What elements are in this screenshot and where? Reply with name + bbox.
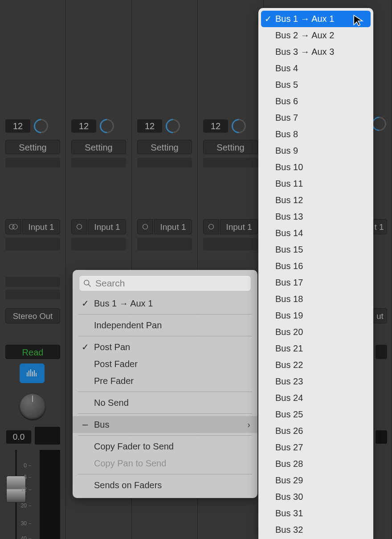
eq-slot[interactable] [71, 158, 126, 167]
search-input[interactable] [79, 275, 251, 291]
pan-value[interactable]: 0.0 [6, 430, 31, 444]
menu-post-pan[interactable]: ✓ Post Pan [73, 339, 257, 355]
bus-item-label: Bus 32 [275, 525, 303, 535]
separator [78, 392, 252, 392]
bus-item-8[interactable]: Bus 8 [258, 126, 373, 143]
bus-item-label: Bus 23 [275, 376, 303, 386]
bus-item-31[interactable]: Bus 31 [258, 505, 373, 522]
bus-item-14[interactable]: Bus 14 [258, 225, 373, 241]
send-slot-1[interactable] [5, 277, 60, 287]
bus-item-label: Bus 20 [275, 327, 303, 337]
bus-item-label: Bus 31 [275, 508, 303, 518]
svg-rect-7 [36, 373, 37, 376]
svg-point-10 [209, 225, 214, 229]
check-icon: ✓ [265, 11, 272, 27]
bus-item-label: Bus 12 [275, 195, 303, 205]
bus-item-32[interactable]: Bus 32 [258, 522, 373, 538]
stereo-icon[interactable] [5, 219, 21, 234]
input-slot[interactable]: Input 1 [22, 219, 60, 234]
eq-slot[interactable] [5, 158, 60, 167]
menu-copy-fader-to-send[interactable]: Copy Fader to Send [73, 438, 257, 455]
high-cut-knob-icon[interactable] [229, 116, 249, 136]
bus-item-17[interactable]: Bus 17 [258, 274, 373, 291]
bus-item-27[interactable]: Bus 27 [258, 439, 373, 456]
audiofx-slot[interactable] [5, 238, 60, 250]
check-icon: ✓ [82, 339, 89, 355]
bus-item-24[interactable]: Bus 24 [258, 390, 373, 406]
bus-item-6[interactable]: Bus 6 [258, 93, 373, 110]
bus-item-28[interactable]: Bus 28 [258, 456, 373, 472]
bus-item-30[interactable]: Bus 30 [258, 489, 373, 505]
bus-item-21[interactable]: Bus 21 [258, 340, 373, 357]
svg-rect-4 [30, 369, 31, 376]
menu-current-bus[interactable]: ✓ Bus 1 → Aux 1 [73, 295, 257, 312]
menu-pre-fader[interactable]: Pre Fader [73, 372, 257, 389]
bus-item-label: Bus 11 [275, 179, 303, 188]
input-slot[interactable]: Input 1 [88, 219, 126, 234]
high-cut-knob-icon[interactable] [97, 116, 117, 136]
send-slot-2[interactable] [5, 290, 60, 299]
bus-item-4[interactable]: Bus 4 [258, 60, 373, 77]
bus-item-label: Bus 4 [275, 63, 298, 73]
audiofx-slot[interactable] [203, 238, 258, 250]
bus-item-22[interactable]: Bus 22 [258, 357, 373, 373]
audiofx-slot[interactable] [71, 238, 126, 250]
bus-item-5[interactable]: Bus 5 [258, 77, 373, 93]
bus-item-10[interactable]: Bus 10 [258, 159, 373, 176]
bus-item-23[interactable]: Bus 23 [258, 373, 373, 390]
menu-bus-submenu[interactable]: – Bus › [73, 416, 257, 433]
input-slot[interactable]: Input 1 [154, 219, 192, 234]
bus-item-2[interactable]: Bus 2 → Aux 2 [258, 27, 373, 44]
mono-icon[interactable] [203, 219, 219, 234]
peak-display [35, 427, 60, 445]
setting-button[interactable]: Setting [203, 140, 258, 154]
high-cut-knob-icon[interactable] [31, 116, 51, 136]
menu-post-fader[interactable]: Post Fader [73, 355, 257, 372]
gain-value[interactable]: 12 [203, 119, 228, 133]
bus-item-9[interactable]: Bus 9 [258, 143, 373, 159]
high-cut-knob-icon[interactable] [163, 116, 183, 136]
peak-display [376, 430, 387, 444]
automation-mode-button[interactable] [376, 345, 387, 359]
setting-button[interactable]: Setting [137, 140, 192, 154]
svg-line-12 [89, 285, 91, 287]
bus-item-3[interactable]: Bus 3 → Aux 3 [258, 44, 373, 60]
menu-independent-pan[interactable]: Independent Pan [73, 317, 257, 334]
mono-icon[interactable] [137, 219, 153, 234]
output-slot[interactable]: Stereo Out [5, 308, 60, 323]
mono-icon[interactable] [71, 219, 87, 234]
bus-item-20[interactable]: Bus 20 [258, 324, 373, 340]
separator [78, 336, 252, 336]
bus-item-16[interactable]: Bus 16 [258, 258, 373, 274]
bus-item-label: Bus 7 [275, 113, 298, 122]
setting-button[interactable]: Setting [71, 140, 126, 154]
input-slot[interactable]: Input 1 [220, 219, 258, 234]
bus-item-12[interactable]: Bus 12 [258, 192, 373, 208]
eq-slot[interactable] [203, 158, 258, 167]
bus-item-13[interactable]: Bus 13 [258, 208, 373, 225]
gain-value[interactable]: 12 [71, 119, 96, 133]
bus-item-label: Bus 10 [275, 162, 303, 172]
setting-button[interactable]: Setting [5, 140, 60, 154]
bus-item-26[interactable]: Bus 26 [258, 423, 373, 439]
bus-item-19[interactable]: Bus 19 [258, 307, 373, 324]
menu-no-send[interactable]: No Send [73, 394, 257, 411]
bus-item-7[interactable]: Bus 7 [258, 110, 373, 126]
menu-sends-on-faders[interactable]: Sends on Faders [73, 477, 257, 494]
gain-value[interactable]: 12 [5, 119, 30, 133]
eq-slot[interactable] [137, 158, 192, 167]
bus-item-29[interactable]: Bus 29 [258, 472, 373, 489]
instrument-audio-icon[interactable] [20, 363, 45, 383]
bus-item-11[interactable]: Bus 11 [258, 176, 373, 192]
pan-knob[interactable] [20, 394, 45, 420]
output-slot[interactable]: ut [373, 308, 387, 323]
gain-value[interactable]: 12 [137, 119, 162, 133]
bus-item-18[interactable]: Bus 18 [258, 291, 373, 307]
automation-mode-button[interactable]: Read [5, 345, 60, 359]
bus-item-15[interactable]: Bus 15 [258, 241, 373, 258]
input-slot[interactable]: t 1 [371, 219, 387, 234]
bus-submenu: ✓Bus 1 → Aux 1Bus 2 → Aux 2Bus 3 → Aux 3… [258, 8, 373, 539]
bus-item-25[interactable]: Bus 25 [258, 406, 373, 423]
audiofx-slot[interactable] [137, 238, 192, 250]
level-meter [40, 450, 60, 539]
